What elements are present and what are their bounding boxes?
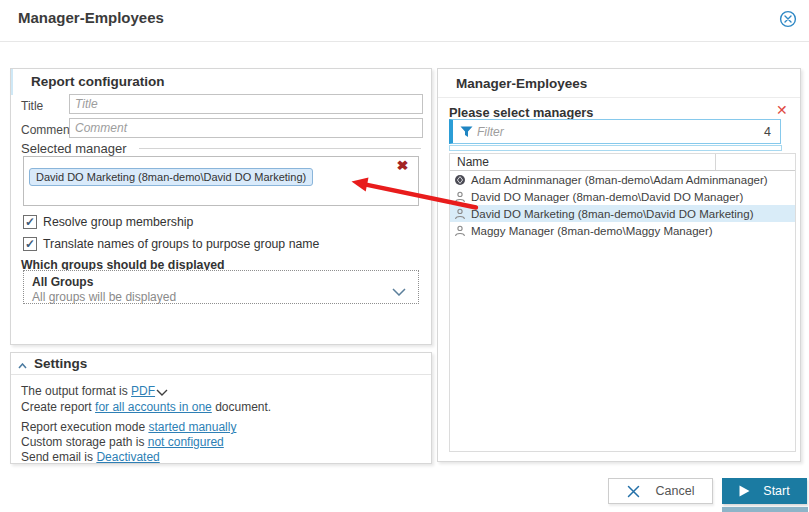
table-row[interactable]: Adam Adminmanager (8man-demo\Adam Adminm… — [450, 171, 795, 188]
cancel-x-icon — [627, 485, 640, 498]
play-icon — [739, 485, 750, 497]
checkmark-icon: ✓ — [25, 217, 35, 227]
checkbox-label: Translate names of groups to purpose gro… — [43, 237, 319, 251]
started-manually-link[interactable]: started manually — [148, 420, 236, 434]
manager-employees-header: Manager-Employees — [438, 69, 800, 98]
header-divider — [0, 41, 809, 42]
start-label: Start — [763, 484, 789, 498]
user-icon — [454, 208, 466, 220]
checkmark-icon: ✓ — [25, 239, 35, 249]
manager-employees-panel: Manager-Employees Please select managers… — [437, 68, 801, 462]
cancel-button[interactable]: Cancel — [608, 478, 713, 504]
title-input[interactable] — [69, 94, 423, 114]
select-managers-prompt: Please select managers — [449, 105, 593, 120]
manager-name: Adam Adminmanager (8man-demo\Adam Adminm… — [471, 174, 768, 186]
settings-panel: Settings The output format is PDF Create… — [10, 352, 432, 464]
translate-group-names-checkbox[interactable]: ✓ Translate names of groups to purpose g… — [23, 237, 319, 251]
remove-selection-icon[interactable]: ✖ — [396, 159, 408, 172]
selected-manager-label: Selected manager — [21, 141, 127, 156]
not-configured-link[interactable]: not configured — [148, 435, 224, 449]
chevron-down-icon[interactable] — [156, 385, 168, 399]
manager-name: David DO Manager (8man-demo\David DO Man… — [471, 191, 743, 203]
manager-name: Maggy Manager (8man-demo\Maggy Manager) — [471, 225, 713, 237]
checkbox-box[interactable]: ✓ — [23, 215, 37, 229]
groups-dropdown[interactable]: All Groups All groups will be displayed — [23, 270, 419, 304]
resolve-group-membership-checkbox[interactable]: ✓ Resolve group membership — [23, 215, 193, 229]
table-row-selected[interactable]: David DO Marketing (8man-demo\David DO M… — [450, 205, 795, 222]
table-row[interactable]: Maggy Manager (8man-demo\Maggy Manager) — [450, 222, 795, 239]
cropped-element-strip — [722, 507, 808, 512]
comment-input[interactable] — [69, 118, 423, 138]
output-format-text: The output format is — [21, 384, 131, 398]
execution-mode-line: Report execution mode started manually — [21, 420, 236, 434]
settings-header-label: Settings — [34, 356, 87, 371]
selected-manager-dropzone[interactable]: David DO Marketing (8man-demo\David DO M… — [23, 156, 419, 206]
checkbox-label: Resolve group membership — [43, 215, 193, 229]
report-configuration-header: Report configuration — [11, 69, 431, 95]
admin-badge-icon — [454, 174, 466, 186]
execution-mode-text: Report execution mode — [21, 420, 148, 434]
checkbox-box[interactable]: ✓ — [23, 237, 37, 251]
deactivated-link[interactable]: Deactivated — [96, 450, 159, 464]
cancel-label: Cancel — [656, 484, 695, 498]
title-label: Title — [21, 99, 43, 113]
name-column-header[interactable]: Name — [450, 154, 715, 170]
empty-column-header — [715, 154, 795, 170]
close-icon[interactable] — [779, 10, 797, 28]
storage-path-text: Custom storage path is — [21, 435, 148, 449]
managers-table: Name Adam Adminmanager (8man-demo\Adam A… — [449, 153, 796, 452]
start-button[interactable]: Start — [722, 478, 807, 504]
selected-manager-rule — [139, 148, 421, 149]
comment-label: Comment — [21, 123, 73, 137]
create-report-text: Create report — [21, 400, 95, 414]
filter-box[interactable]: 4 — [449, 119, 781, 144]
table-header-row: Name — [450, 154, 795, 171]
selected-manager-chip[interactable]: David DO Marketing (8man-demo\David DO M… — [29, 168, 313, 186]
filter-funnel-icon — [460, 126, 473, 138]
collapse-caret-icon[interactable] — [18, 355, 27, 373]
storage-path-line: Custom storage path is not configured — [21, 435, 224, 449]
table-row[interactable]: David DO Manager (8man-demo\David DO Man… — [450, 188, 795, 205]
dialog-title: Manager-Employees — [18, 9, 164, 26]
send-email-text: Send email is — [21, 450, 96, 464]
create-report-suffix: document. — [212, 400, 271, 414]
clear-selection-icon[interactable]: ✕ — [776, 103, 788, 117]
chevron-down-icon — [392, 282, 406, 300]
manager-name: David DO Marketing (8man-demo\David DO M… — [471, 208, 753, 220]
dropdown-description: All groups will be displayed — [24, 290, 418, 304]
report-configuration-panel: Report configuration Title Comment Selec… — [10, 68, 432, 345]
settings-header[interactable]: Settings — [11, 353, 431, 375]
dropdown-selected-value: All Groups — [24, 271, 418, 290]
send-email-line: Send email is Deactivated — [21, 450, 160, 464]
pdf-link[interactable]: PDF — [131, 384, 155, 398]
create-report-line: Create report for all accounts in one do… — [21, 400, 271, 414]
output-format-line: The output format is PDF — [21, 384, 168, 399]
accounts-in-one-link[interactable]: for all accounts in one — [95, 400, 212, 414]
result-count: 4 — [764, 125, 780, 139]
filter-input[interactable] — [473, 125, 764, 139]
user-icon — [454, 191, 466, 203]
user-icon — [454, 225, 466, 237]
filter-progress-strip — [449, 145, 782, 151]
